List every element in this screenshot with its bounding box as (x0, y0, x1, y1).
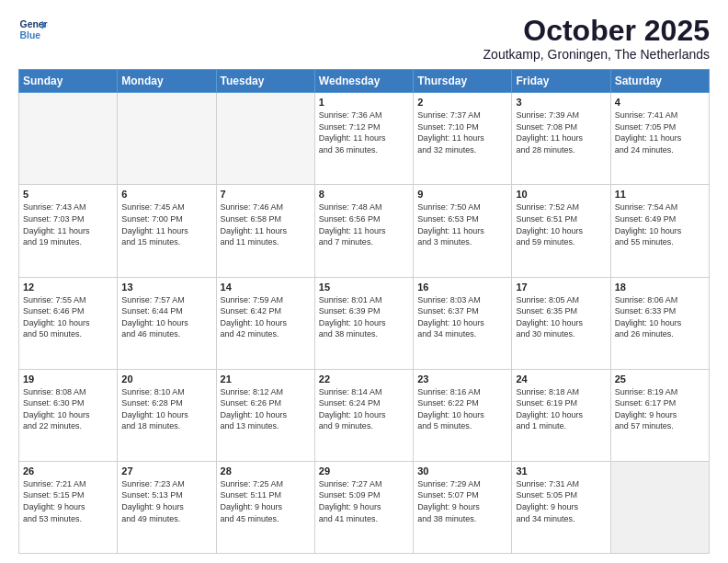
svg-text:Blue: Blue (20, 30, 41, 40)
calendar-cell: 8Sunrise: 7:48 AM Sunset: 6:56 PM Daylig… (314, 185, 413, 277)
calendar-table: Sunday Monday Tuesday Wednesday Thursday… (18, 69, 710, 554)
day-info: Sunrise: 7:52 AM Sunset: 6:51 PM Dayligh… (516, 201, 606, 247)
calendar-cell (19, 93, 118, 185)
day-number: 11 (615, 189, 705, 200)
day-info: Sunrise: 8:14 AM Sunset: 6:24 PM Dayligh… (319, 386, 409, 432)
day-info: Sunrise: 7:59 AM Sunset: 6:42 PM Dayligh… (221, 294, 311, 340)
day-number: 16 (417, 282, 507, 293)
day-info: Sunrise: 7:54 AM Sunset: 6:49 PM Dayligh… (615, 201, 705, 247)
day-info: Sunrise: 8:03 AM Sunset: 6:37 PM Dayligh… (417, 294, 507, 340)
day-info: Sunrise: 8:08 AM Sunset: 6:30 PM Dayligh… (23, 386, 113, 432)
day-number: 1 (319, 97, 409, 108)
calendar-cell: 22Sunrise: 8:14 AM Sunset: 6:24 PM Dayli… (314, 369, 413, 461)
calendar-cell: 20Sunrise: 8:10 AM Sunset: 6:28 PM Dayli… (118, 369, 216, 461)
calendar-cell: 31Sunrise: 7:31 AM Sunset: 5:05 PM Dayli… (512, 461, 610, 553)
day-info: Sunrise: 8:10 AM Sunset: 6:28 PM Dayligh… (121, 386, 211, 432)
day-info: Sunrise: 7:43 AM Sunset: 7:03 PM Dayligh… (23, 201, 113, 247)
day-number: 14 (221, 282, 311, 293)
day-number: 22 (319, 373, 409, 385)
calendar-cell: 12Sunrise: 7:55 AM Sunset: 6:46 PM Dayli… (19, 277, 118, 369)
day-number: 19 (23, 373, 113, 385)
calendar-cell: 17Sunrise: 8:05 AM Sunset: 6:35 PM Dayli… (512, 277, 610, 369)
calendar-cell: 10Sunrise: 7:52 AM Sunset: 6:51 PM Dayli… (512, 185, 610, 277)
calendar-cell: 11Sunrise: 7:54 AM Sunset: 6:49 PM Dayli… (610, 185, 709, 277)
day-number: 4 (615, 97, 705, 108)
day-number: 8 (319, 189, 409, 200)
day-number: 23 (417, 373, 507, 385)
day-number: 20 (121, 373, 211, 385)
calendar-week-row: 1Sunrise: 7:36 AM Sunset: 7:12 PM Daylig… (19, 93, 710, 185)
page: General Blue October 2025 Zoutkamp, Gron… (0, 0, 728, 563)
calendar-cell: 14Sunrise: 7:59 AM Sunset: 6:42 PM Dayli… (216, 277, 314, 369)
calendar-cell: 24Sunrise: 8:18 AM Sunset: 6:19 PM Dayli… (512, 369, 610, 461)
header: General Blue October 2025 Zoutkamp, Gron… (18, 15, 710, 62)
day-number: 30 (417, 465, 507, 477)
calendar-cell: 13Sunrise: 7:57 AM Sunset: 6:44 PM Dayli… (118, 277, 216, 369)
day-number: 21 (221, 373, 311, 385)
day-info: Sunrise: 7:36 AM Sunset: 7:12 PM Dayligh… (319, 109, 409, 155)
calendar-week-row: 26Sunrise: 7:21 AM Sunset: 5:15 PM Dayli… (19, 461, 710, 553)
day-info: Sunrise: 8:06 AM Sunset: 6:33 PM Dayligh… (615, 294, 705, 340)
day-number: 27 (121, 465, 211, 477)
day-number: 15 (319, 282, 409, 293)
day-info: Sunrise: 7:21 AM Sunset: 5:15 PM Dayligh… (23, 478, 113, 524)
calendar-cell: 27Sunrise: 7:23 AM Sunset: 5:13 PM Dayli… (118, 461, 216, 553)
day-info: Sunrise: 7:57 AM Sunset: 6:44 PM Dayligh… (121, 294, 211, 340)
day-info: Sunrise: 7:29 AM Sunset: 5:07 PM Dayligh… (417, 478, 507, 524)
logo: General Blue (18, 15, 48, 44)
calendar-cell: 9Sunrise: 7:50 AM Sunset: 6:53 PM Daylig… (414, 185, 512, 277)
day-info: Sunrise: 7:48 AM Sunset: 6:56 PM Dayligh… (319, 201, 409, 247)
day-number: 29 (319, 465, 409, 477)
weekday-header-row: Sunday Monday Tuesday Wednesday Thursday… (19, 70, 710, 93)
day-info: Sunrise: 7:41 AM Sunset: 7:05 PM Dayligh… (615, 109, 705, 155)
day-number: 13 (121, 282, 211, 293)
calendar-cell: 4Sunrise: 7:41 AM Sunset: 7:05 PM Daylig… (610, 93, 709, 185)
calendar-cell: 2Sunrise: 7:37 AM Sunset: 7:10 PM Daylig… (414, 93, 512, 185)
month-title: October 2025 (483, 15, 710, 47)
day-info: Sunrise: 7:23 AM Sunset: 5:13 PM Dayligh… (121, 478, 211, 524)
calendar-cell: 16Sunrise: 8:03 AM Sunset: 6:37 PM Dayli… (414, 277, 512, 369)
day-info: Sunrise: 8:05 AM Sunset: 6:35 PM Dayligh… (516, 294, 606, 340)
header-sunday: Sunday (19, 70, 118, 93)
calendar-cell: 19Sunrise: 8:08 AM Sunset: 6:30 PM Dayli… (19, 369, 118, 461)
day-number: 9 (417, 189, 507, 200)
day-number: 12 (23, 282, 113, 293)
day-number: 5 (23, 189, 113, 200)
day-number: 26 (23, 465, 113, 477)
calendar-cell: 15Sunrise: 8:01 AM Sunset: 6:39 PM Dayli… (314, 277, 413, 369)
header-wednesday: Wednesday (314, 70, 413, 93)
day-info: Sunrise: 8:12 AM Sunset: 6:26 PM Dayligh… (221, 386, 311, 432)
day-number: 25 (615, 373, 705, 385)
calendar-cell: 23Sunrise: 8:16 AM Sunset: 6:22 PM Dayli… (414, 369, 512, 461)
header-tuesday: Tuesday (216, 70, 314, 93)
day-info: Sunrise: 7:25 AM Sunset: 5:11 PM Dayligh… (221, 478, 311, 524)
day-info: Sunrise: 7:31 AM Sunset: 5:05 PM Dayligh… (516, 478, 606, 524)
day-number: 31 (516, 465, 606, 477)
calendar-cell: 25Sunrise: 8:19 AM Sunset: 6:17 PM Dayli… (610, 369, 709, 461)
calendar-cell (216, 93, 314, 185)
day-number: 6 (121, 189, 211, 200)
calendar-week-row: 12Sunrise: 7:55 AM Sunset: 6:46 PM Dayli… (19, 277, 710, 369)
calendar-cell (118, 93, 216, 185)
day-info: Sunrise: 7:45 AM Sunset: 7:00 PM Dayligh… (121, 201, 211, 247)
day-number: 24 (516, 373, 606, 385)
calendar-cell: 3Sunrise: 7:39 AM Sunset: 7:08 PM Daylig… (512, 93, 610, 185)
day-info: Sunrise: 8:16 AM Sunset: 6:22 PM Dayligh… (417, 386, 507, 432)
calendar-cell: 6Sunrise: 7:45 AM Sunset: 7:00 PM Daylig… (118, 185, 216, 277)
title-block: October 2025 Zoutkamp, Groningen, The Ne… (483, 15, 710, 62)
calendar-week-row: 5Sunrise: 7:43 AM Sunset: 7:03 PM Daylig… (19, 185, 710, 277)
header-friday: Friday (512, 70, 610, 93)
day-info: Sunrise: 8:18 AM Sunset: 6:19 PM Dayligh… (516, 386, 606, 432)
day-info: Sunrise: 7:37 AM Sunset: 7:10 PM Dayligh… (417, 109, 507, 155)
day-number: 10 (516, 189, 606, 200)
location: Zoutkamp, Groningen, The Netherlands (483, 47, 710, 62)
calendar-cell: 28Sunrise: 7:25 AM Sunset: 5:11 PM Dayli… (216, 461, 314, 553)
header-monday: Monday (118, 70, 216, 93)
day-info: Sunrise: 7:39 AM Sunset: 7:08 PM Dayligh… (516, 109, 606, 155)
day-info: Sunrise: 7:27 AM Sunset: 5:09 PM Dayligh… (319, 478, 409, 524)
calendar-cell: 18Sunrise: 8:06 AM Sunset: 6:33 PM Dayli… (610, 277, 709, 369)
day-info: Sunrise: 7:55 AM Sunset: 6:46 PM Dayligh… (23, 294, 113, 340)
calendar-cell: 29Sunrise: 7:27 AM Sunset: 5:09 PM Dayli… (314, 461, 413, 553)
header-thursday: Thursday (414, 70, 512, 93)
day-number: 18 (615, 282, 705, 293)
